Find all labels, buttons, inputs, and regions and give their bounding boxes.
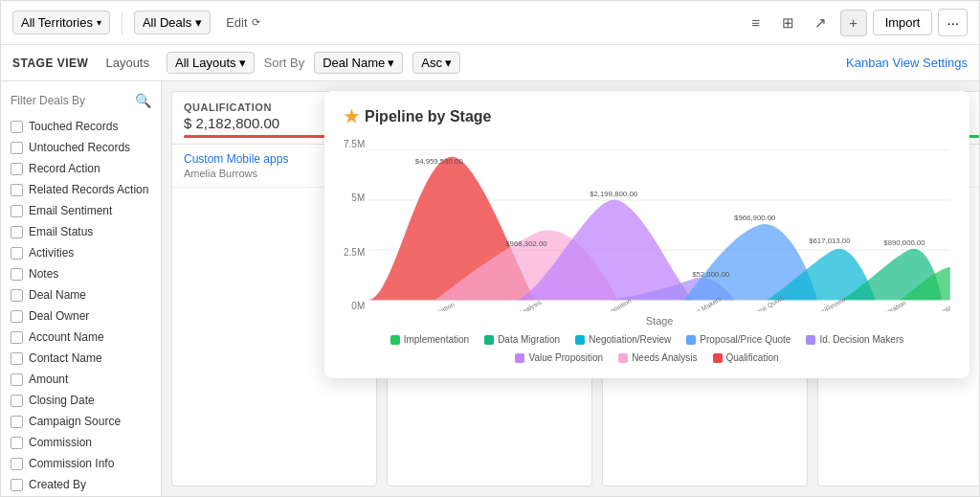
filter-item[interactable]: Notes	[1, 263, 161, 284]
export-icon[interactable]: ↗	[808, 10, 835, 36]
legend-dot	[618, 353, 628, 363]
svg-text:$968,302.00: $968,302.00	[506, 239, 548, 248]
territory-button[interactable]: All Territories ▾	[12, 11, 110, 34]
filter-item[interactable]: Account Name	[1, 327, 161, 348]
y-axis: 7.5M 5M 2.5M 0M	[344, 139, 368, 311]
asc-chevron-icon: ▾	[445, 56, 452, 70]
filter-item-label: Untouched Records	[29, 141, 130, 154]
filter-checkbox[interactable]	[11, 226, 23, 238]
filter-item-label: Contact Name	[29, 351, 102, 365]
svg-text:Implementation: Implementation	[920, 299, 950, 311]
svg-text:$2,198,800.00: $2,198,800.00	[590, 190, 638, 198]
legend-item: Qualification	[713, 352, 779, 363]
territory-label: All Territories	[21, 15, 93, 30]
layouts-label: Layouts	[105, 56, 149, 70]
legend-label: Needs Analysis	[632, 352, 697, 363]
legend-label: Negotiation/Review	[589, 334, 671, 345]
all-layouts-button[interactable]: All Layouts ▾	[167, 52, 255, 74]
legend-dot	[390, 335, 400, 345]
list-view-icon[interactable]: ≡	[743, 10, 769, 36]
sidebar: Filter Deals By 🔍 Touched RecordsUntouch…	[1, 81, 162, 496]
filter-item[interactable]: Touched Records	[1, 116, 161, 137]
filter-checkbox[interactable]	[11, 289, 23, 302]
filter-checkbox[interactable]	[11, 121, 23, 133]
main-content: Filter Deals By 🔍 Touched RecordsUntouch…	[1, 81, 979, 496]
filter-item[interactable]: Deal Owner	[1, 305, 161, 327]
filter-checkbox[interactable]	[11, 205, 23, 217]
edit-button[interactable]: Edit ⟳	[218, 11, 267, 34]
filter-item[interactable]: Commission	[1, 432, 161, 453]
add-button[interactable]: +	[840, 10, 867, 36]
layouts-button[interactable]: Layouts	[98, 53, 157, 73]
import-label: Import	[885, 15, 921, 30]
filter-checkbox[interactable]	[11, 184, 23, 196]
filter-checkbox[interactable]	[11, 331, 23, 344]
top-bar: All Territories ▾ All Deals ▾ Edit ⟳ ≡ ⊞…	[1, 1, 979, 45]
filter-item[interactable]: Deal Name	[1, 284, 161, 305]
filter-checkbox[interactable]	[11, 437, 23, 449]
legend-label: Implementation	[404, 334, 469, 345]
sort-asc-button[interactable]: Asc ▾	[412, 52, 460, 74]
filter-checkbox[interactable]	[11, 163, 23, 175]
filter-checkbox[interactable]	[11, 458, 23, 470]
filter-checkbox[interactable]	[11, 142, 23, 154]
app-container: All Territories ▾ All Deals ▾ Edit ⟳ ≡ ⊞…	[0, 0, 980, 497]
kanban-settings-link[interactable]: Kanban View Settings	[846, 56, 968, 70]
y-label-75: 7.5M	[344, 139, 365, 149]
svg-text:Qualification: Qualification	[420, 301, 456, 311]
filter-checkbox[interactable]	[11, 268, 23, 281]
filter-item[interactable]: Created By	[1, 474, 161, 495]
sort-by-label: Sort By	[264, 56, 305, 70]
filter-item[interactable]: Campaign Source	[1, 411, 161, 432]
filter-checkbox[interactable]	[11, 416, 23, 428]
filter-checkbox[interactable]	[11, 247, 23, 260]
filter-item[interactable]: Email Status	[1, 221, 161, 242]
chart-title-row: ★ Pipeline by Stage	[344, 106, 950, 127]
chart-svg: $4,959,530.00 $968,302.00 $2,198,800.00 …	[368, 139, 950, 311]
filter-item[interactable]: Untouched Records	[1, 137, 161, 158]
sort-deal-name-button[interactable]: Deal Name ▾	[314, 52, 403, 74]
legend-label: Data Migration	[498, 334, 560, 345]
all-deals-chevron-icon: ▾	[195, 15, 202, 30]
import-button[interactable]: Import	[873, 10, 933, 35]
deal-name-label: Deal Name	[323, 56, 385, 70]
second-bar: STAGE VIEW Layouts All Layouts ▾ Sort By…	[1, 45, 979, 81]
filter-item-label: Commission	[29, 436, 92, 449]
filter-item[interactable]: Record Action	[1, 158, 161, 179]
kanban-area: QUALIFICATION $ 2,182,800.00 Custom Mobi…	[162, 81, 979, 496]
all-deals-button[interactable]: All Deals ▾	[134, 11, 211, 34]
legend-dot	[713, 353, 723, 363]
sidebar-header: Filter Deals By 🔍	[1, 89, 161, 116]
filter-checkbox[interactable]	[11, 395, 23, 407]
filter-item-label: Touched Records	[29, 120, 118, 133]
filter-icon[interactable]: ⊞	[775, 10, 802, 36]
sidebar-search-button[interactable]: 🔍	[135, 93, 151, 108]
filter-item[interactable]: Activities	[1, 242, 161, 263]
chart-title-text: Pipeline by Stage	[365, 108, 491, 125]
filter-item[interactable]: Commission Info	[1, 453, 161, 474]
filter-checkbox[interactable]	[11, 352, 23, 365]
more-button[interactable]: ···	[938, 9, 968, 36]
svg-text:$617,013.00: $617,013.00	[809, 237, 851, 245]
filter-item[interactable]: Amount	[1, 369, 161, 390]
filter-item-label: Amount	[29, 373, 68, 386]
x-axis-label: Stage	[368, 315, 950, 327]
filter-item-label: Related Records Action	[29, 183, 148, 196]
filter-checkbox[interactable]	[11, 310, 23, 323]
chart-overlay: ★ Pipeline by Stage 7.5M 5M 2.5M 0M	[324, 91, 969, 378]
top-actions: ≡ ⊞ ↗ + Import ···	[743, 9, 968, 36]
stage-view-label: STAGE VIEW	[12, 56, 88, 70]
deal-card-title[interactable]: Custom Mobile apps	[184, 152, 288, 166]
filter-item[interactable]: Related Records Action	[1, 179, 161, 200]
filter-item[interactable]: Email Sentiment	[1, 200, 161, 221]
svg-text:$966,900.00: $966,900.00	[734, 214, 776, 222]
top-divider	[122, 11, 122, 34]
filter-checkbox[interactable]	[11, 479, 23, 491]
y-label-5: 5M	[351, 192, 365, 203]
filter-checkbox[interactable]	[11, 373, 23, 386]
legend-item: Implementation	[390, 334, 469, 345]
filter-item[interactable]: Created Time	[1, 495, 161, 496]
filter-item[interactable]: Contact Name	[1, 348, 161, 369]
chart-svg-wrapper: $4,959,530.00 $968,302.00 $2,198,800.00 …	[368, 139, 950, 327]
filter-item[interactable]: Closing Date	[1, 390, 161, 411]
